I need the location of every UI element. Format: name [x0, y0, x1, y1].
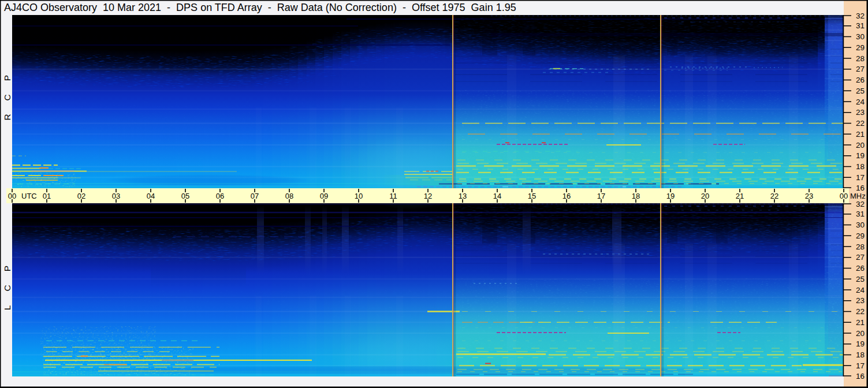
- svg-text:17: 17: [597, 192, 605, 200]
- svg-text:15: 15: [528, 192, 536, 200]
- svg-text:30: 30: [856, 221, 865, 229]
- svg-text:C: C: [2, 285, 12, 291]
- svg-text:22: 22: [856, 119, 865, 128]
- svg-text:30: 30: [856, 32, 865, 41]
- svg-text:06: 06: [216, 192, 224, 200]
- svg-text:10: 10: [355, 192, 363, 200]
- svg-text:16: 16: [856, 372, 865, 380]
- svg-text:20: 20: [856, 141, 865, 150]
- svg-text:21: 21: [856, 130, 865, 139]
- svg-text:31: 31: [856, 210, 865, 218]
- svg-text:14: 14: [493, 192, 501, 200]
- svg-text:32: 32: [856, 12, 865, 20]
- svg-text:28: 28: [856, 242, 865, 251]
- svg-text:27: 27: [856, 253, 865, 262]
- svg-text:AJ4CO Observatory 10 Mar 2021: AJ4CO Observatory 10 Mar 2021 - DPS on T…: [4, 2, 516, 13]
- svg-text:29: 29: [856, 43, 865, 52]
- svg-text:21: 21: [856, 318, 865, 327]
- svg-text:20: 20: [856, 329, 865, 338]
- svg-text:03: 03: [112, 192, 120, 200]
- svg-text:19: 19: [666, 192, 675, 200]
- svg-text:23: 23: [805, 192, 813, 200]
- svg-text:R: R: [2, 114, 12, 120]
- svg-text:17: 17: [856, 173, 865, 182]
- svg-text:32: 32: [856, 200, 865, 208]
- svg-text:29: 29: [856, 232, 865, 240]
- svg-text:24: 24: [856, 286, 865, 294]
- svg-text:09: 09: [320, 192, 328, 200]
- svg-text:19: 19: [856, 339, 865, 348]
- svg-text:07: 07: [251, 192, 259, 200]
- svg-text:12: 12: [424, 192, 432, 200]
- svg-text:18: 18: [856, 350, 865, 359]
- svg-text:MHz: MHz: [850, 192, 866, 200]
- svg-text:04: 04: [147, 192, 155, 200]
- svg-text:08: 08: [285, 192, 293, 200]
- svg-text:P: P: [2, 75, 12, 81]
- svg-text:19: 19: [856, 151, 865, 160]
- svg-text:16: 16: [562, 192, 571, 200]
- svg-text:23: 23: [856, 296, 865, 305]
- svg-text:25: 25: [856, 87, 865, 95]
- svg-text:05: 05: [181, 192, 189, 200]
- svg-text:24: 24: [856, 98, 865, 106]
- svg-text:C: C: [2, 94, 12, 100]
- svg-text:21: 21: [736, 192, 744, 200]
- svg-text:00: 00: [8, 192, 16, 200]
- svg-text:02: 02: [77, 192, 85, 200]
- svg-text:18: 18: [632, 192, 640, 200]
- svg-text:26: 26: [856, 76, 865, 84]
- svg-text:UTC: UTC: [21, 192, 37, 200]
- svg-text:22: 22: [856, 307, 865, 316]
- svg-text:25: 25: [856, 275, 865, 283]
- svg-text:18: 18: [856, 162, 865, 171]
- svg-text:13: 13: [459, 192, 467, 200]
- svg-text:31: 31: [856, 21, 865, 30]
- svg-text:L: L: [2, 305, 12, 310]
- svg-text:P: P: [2, 266, 12, 271]
- svg-text:26: 26: [856, 264, 865, 273]
- svg-text:17: 17: [856, 361, 865, 370]
- svg-text:00: 00: [840, 192, 848, 200]
- svg-text:16: 16: [856, 184, 865, 192]
- svg-text:11: 11: [389, 192, 397, 200]
- svg-text:28: 28: [856, 54, 865, 63]
- svg-text:22: 22: [770, 192, 778, 200]
- svg-text:27: 27: [856, 65, 865, 73]
- svg-text:23: 23: [856, 108, 865, 117]
- svg-text:01: 01: [43, 192, 51, 200]
- svg-text:20: 20: [701, 192, 709, 200]
